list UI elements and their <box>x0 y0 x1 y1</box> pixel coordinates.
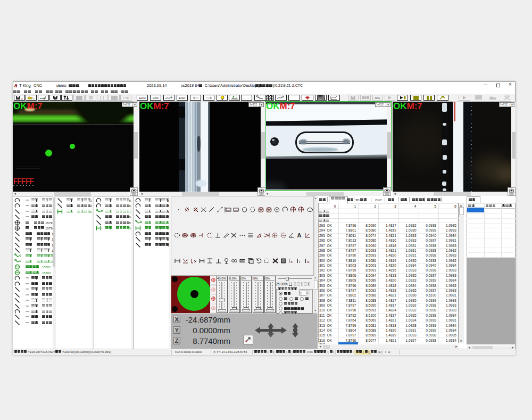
svg-text:r: r <box>299 259 301 264</box>
svg-text:x: x <box>290 259 293 264</box>
svg-text:o: o <box>307 259 310 264</box>
svg-text:A: A <box>297 232 302 238</box>
